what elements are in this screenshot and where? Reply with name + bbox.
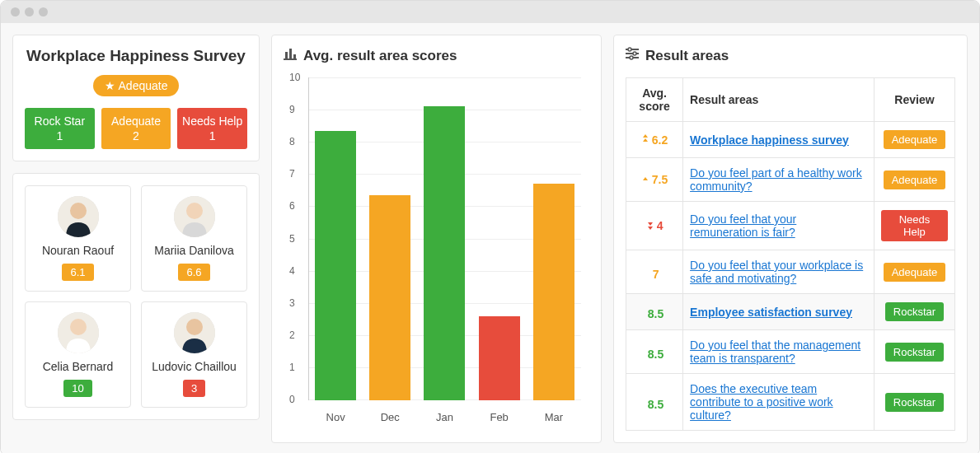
chart-section-title: Avg. result area scores (284, 47, 589, 64)
review-badge: Adequate (884, 130, 946, 149)
status-count: 1 (181, 129, 244, 142)
row-score: 8.5 (645, 307, 663, 320)
window-dot (39, 7, 48, 16)
results-row: 7.5Do you feel part of a healthy work co… (626, 158, 955, 202)
svg-point-7 (186, 319, 203, 335)
col-score: Avg. score (626, 78, 683, 122)
results-section-title: Result areas (626, 47, 955, 64)
window-dot (11, 7, 20, 16)
window-dot (25, 7, 34, 16)
result-area-link[interactable]: Do you feel that your workplace is safe … (690, 259, 863, 285)
y-tick-label: 7 (289, 168, 295, 180)
status-label: Adequate (105, 114, 168, 128)
results-row: 4Do you feel that your remuneration is f… (626, 202, 955, 250)
svg-rect-10 (289, 49, 292, 58)
status-label: Rock Star (28, 114, 91, 128)
chart-card: Avg. result area scores 012345678910 Nov… (271, 35, 602, 443)
person-score-badge: 3 (183, 380, 205, 397)
status-count: 1 (28, 129, 91, 142)
app-window: Workplace Happiness Survey Adequate Rock… (0, 0, 980, 453)
x-tick-label: Jan (424, 411, 465, 423)
review-badge: Rockstar (885, 343, 944, 362)
y-tick-label: 1 (289, 362, 295, 373)
results-row: 6.2Workplace happiness surveyAdequate (626, 122, 955, 158)
results-row: 7Do you feel that your workplace is safe… (626, 250, 955, 294)
star-icon (105, 79, 115, 92)
status-label: Needs Help (181, 114, 244, 128)
x-tick-label: Mar (533, 411, 574, 423)
y-tick-label: 6 (289, 200, 295, 212)
row-score: 4 (646, 219, 663, 232)
person-score-badge: 10 (63, 380, 91, 397)
y-tick-label: 5 (289, 233, 295, 245)
survey-title: Workplace Happiness Survey (25, 47, 247, 65)
survey-summary-card: Workplace Happiness Survey Adequate Rock… (12, 35, 260, 161)
col-review: Review (874, 78, 954, 122)
y-tick-label: 0 (289, 394, 295, 405)
person-name: Nouran Raouf (32, 244, 124, 257)
sliders-icon (626, 47, 639, 64)
result-area-link[interactable]: Do you feel part of a healthy work commu… (690, 166, 862, 193)
person-name: Mariia Danilova (148, 244, 240, 257)
result-area-link[interactable]: Employee satisfaction survey (690, 306, 852, 319)
person-score-badge: 6.6 (178, 264, 209, 281)
review-badge: Needs Help (881, 210, 948, 241)
results-card: Result areas Avg. score Result areas Rev… (613, 35, 968, 443)
x-tick-label: Feb (479, 411, 520, 423)
result-area-link[interactable]: Do you feel that your remuneration is fa… (690, 212, 796, 239)
y-tick-label: 2 (289, 329, 295, 341)
content-area: Workplace Happiness Survey Adequate Rock… (1, 23, 979, 453)
result-area-link[interactable]: Does the executive team contribute to a … (690, 382, 833, 422)
row-score: 7.5 (641, 173, 668, 186)
svg-point-17 (630, 56, 633, 59)
svg-point-5 (70, 319, 87, 335)
person-card[interactable]: Nouran Raouf6.1 (25, 185, 131, 292)
y-tick-label: 9 (289, 104, 295, 115)
svg-point-1 (70, 203, 87, 219)
svg-rect-8 (284, 58, 297, 60)
x-tick-label: Nov (315, 411, 356, 423)
status-box-rock-star[interactable]: Rock Star1 (25, 108, 95, 149)
person-score-badge: 6.1 (62, 264, 93, 281)
chart-bar[interactable] (369, 195, 410, 400)
result-area-link[interactable]: Do you feel that the management team is … (690, 339, 860, 365)
y-tick-label: 4 (289, 265, 295, 277)
y-tick-label: 3 (289, 297, 295, 309)
trend-icon (646, 219, 654, 232)
svg-point-15 (633, 52, 636, 55)
review-badge: Rockstar (885, 302, 944, 321)
result-area-link[interactable]: Workplace happiness survey (690, 133, 849, 147)
x-tick-label: Dec (369, 411, 410, 423)
review-badge: Adequate (884, 263, 946, 282)
avatar (58, 196, 99, 237)
pill-label: Adequate (119, 79, 168, 92)
chart-bar[interactable] (479, 316, 520, 400)
review-badge: Rockstar (885, 393, 944, 412)
row-score: 8.5 (645, 348, 663, 361)
results-row: 8.5Employee satisfaction surveyRockstar (626, 294, 955, 330)
y-tick-label: 10 (289, 72, 300, 83)
status-box-adequate[interactable]: Adequate2 (101, 108, 171, 149)
person-name: Ludovic Chaillou (148, 360, 240, 373)
svg-rect-9 (285, 52, 288, 58)
person-card[interactable]: Celia Bernard10 (25, 301, 131, 408)
titlebar (1, 1, 979, 23)
trend-icon (641, 133, 649, 147)
person-name: Celia Bernard (32, 360, 124, 373)
avatar (174, 196, 215, 237)
results-row: 8.5Do you feel that the management team … (626, 330, 955, 374)
survey-status-pill[interactable]: Adequate (93, 75, 180, 96)
svg-point-13 (628, 48, 631, 51)
chart-bar[interactable] (315, 131, 356, 400)
chart-title-text: Avg. result area scores (303, 48, 457, 64)
person-card[interactable]: Ludovic Chaillou3 (141, 301, 247, 408)
row-score: 8.5 (645, 398, 663, 411)
person-card[interactable]: Mariia Danilova6.6 (141, 185, 247, 292)
chart-bar[interactable] (533, 184, 574, 400)
chart: 012345678910 NovDecJanFebMar (284, 77, 589, 423)
status-box-needs-help[interactable]: Needs Help1 (177, 108, 247, 149)
chart-bar[interactable] (424, 106, 465, 400)
trend-icon (641, 173, 649, 186)
status-count: 2 (105, 129, 168, 142)
results-row: 8.5Does the executive team contribute to… (626, 374, 955, 431)
